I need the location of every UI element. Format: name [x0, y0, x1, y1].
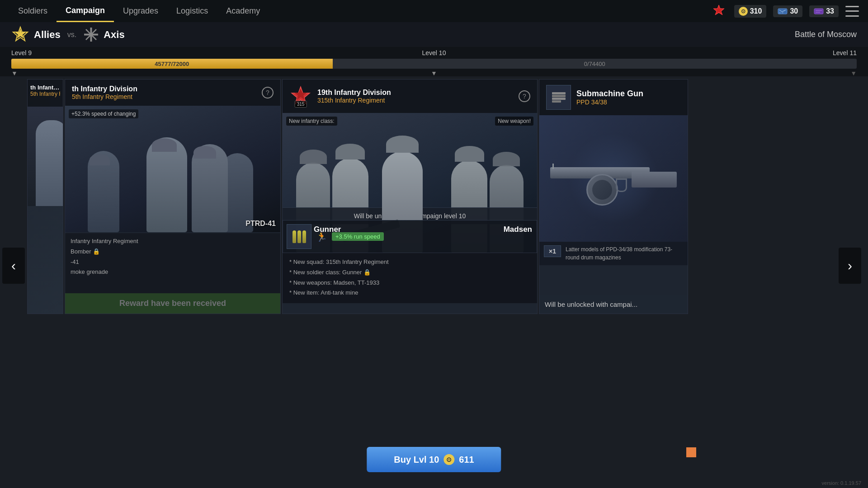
svg-rect-17: [552, 95, 566, 97]
center-regiment-name: 315th Infantry Regiment: [317, 97, 391, 104]
regiment-number-badge: 315: [295, 101, 307, 108]
version-label: version: 0.1.19.57: [822, 480, 861, 486]
left-division-name: th Infantry Division: [72, 85, 137, 93]
left-card-description: Infantry Infantry Regiment Bomber 🔒 -41 …: [65, 233, 280, 314]
progress-track: 45777/72000 0/74400: [11, 59, 857, 69]
nav-logistics[interactable]: Logistics: [167, 0, 217, 22]
center-help-button[interactable]: ?: [519, 90, 530, 102]
gold-value: 310: [750, 7, 762, 15]
new-weapon-label: New weapon!: [495, 117, 533, 126]
center-card[interactable]: 315 19th Infantry Division 315th Infantr…: [282, 79, 538, 314]
ppd-info-row: ×1 Latter models of PPD-34/38 modificati…: [539, 242, 688, 265]
main-left-card[interactable]: th Infantry Division 5th Infantry Regime…: [65, 79, 281, 314]
buy-level-label: Buy Lvl 10: [394, 455, 439, 465]
gunner-name: Gunner: [314, 225, 341, 234]
madsen-name: Madsen: [504, 225, 532, 234]
left-card-header: th Infantry Division 5th Infantry Regime…: [65, 80, 280, 106]
nav-soldiers[interactable]: Soldiers: [9, 0, 57, 22]
ppd-card-division: Submachine Gun PPD 34/38: [576, 89, 643, 106]
right-card-header: Submachine Gun PPD 34/38: [539, 80, 688, 115]
level11-label: Level 11: [575, 49, 857, 56]
desc-bomber: Bomber 🔒: [71, 247, 275, 257]
chevron-left: ▼: [11, 70, 18, 77]
prev-arrow[interactable]: ‹: [2, 248, 25, 284]
center-division-name: 19th Infantry Division: [317, 89, 391, 97]
ticket1-value: 30: [790, 7, 798, 15]
svg-rect-16: [552, 92, 566, 94]
center-card-division: 19th Infantry Division 315th Infantry Re…: [317, 89, 391, 104]
ticket1-currency: 30: [773, 5, 802, 17]
left-card-division: th Infantry Division 5th Infantry Regime…: [72, 85, 137, 100]
buy-price: 611: [459, 455, 474, 465]
level-labels: Level 9 Level 10 Level 11: [0, 47, 868, 59]
hamburger-menu-icon[interactable]: [845, 6, 859, 17]
chevron-right: ▼: [850, 70, 857, 77]
desc4: * New item: Anti-tank mine: [289, 288, 530, 298]
nav-right: ⊙ 310 30 33: [712, 4, 859, 19]
partial-left-card: th Infantry Division 5th Infantry Regime…: [27, 79, 63, 314]
ppd-unlock-text: Will be unlocked with campai...: [539, 295, 688, 314]
x1-badge: ×1: [544, 245, 561, 257]
ppd-regiment-name: PPD 34/38: [576, 99, 643, 106]
left-weapon-tag: PTRD-41: [245, 220, 276, 228]
faction-bar: Allies vs. Axis Battle of Moscow: [0, 22, 868, 47]
ticket2-currency: 33: [809, 5, 839, 17]
speed-text: +52.3% speed of changing: [69, 109, 138, 118]
gold-icon: ⊙: [739, 7, 748, 16]
svg-rect-18: [552, 98, 566, 100]
buy-coin-icon: ⊙: [443, 454, 454, 465]
ticket1-icon: [778, 7, 788, 15]
desc-weapon: -41: [71, 258, 275, 267]
ticket2-icon: [814, 7, 824, 15]
desc1: * New squad: 315th Infantry Regiment: [289, 258, 530, 267]
left-regiment-name: 5th Infantry Regiment: [72, 93, 137, 100]
center-star-icon: 315: [289, 85, 312, 108]
allies-faction: Allies: [11, 26, 61, 44]
nav-campaign[interactable]: Campaign: [57, 0, 114, 22]
ppd-icon: [546, 85, 571, 110]
battle-label: Battle of Moscow: [795, 30, 857, 39]
level-progress-bar: Level 9 Level 10 Level 11 45777/72000 0/…: [0, 47, 868, 76]
center-card-image: New infantry class: New weapon!: [283, 113, 537, 253]
desc-regiment: Infantry Infantry Regiment: [71, 237, 275, 246]
ticket2-value: 33: [826, 7, 834, 15]
desc-grenade: moke grenade: [71, 267, 275, 277]
partial-right-card[interactable]: Submachine Gun PPD 34/38: [539, 79, 688, 314]
gunner-tooltip: 🏃 +3.5% run speed Gunner Madsen: [283, 220, 537, 253]
cards-area: ‹ th Infantry Division 5th Infantry Regi…: [0, 79, 868, 452]
level9-label: Level 9: [11, 49, 293, 56]
center-card-description: * New squad: 315th Infantry Regiment * N…: [283, 253, 537, 303]
svg-rect-3: [779, 13, 781, 13]
axis-label: Axis: [104, 29, 124, 41]
center-card-header: 315 19th Infantry Division 315th Infantr…: [283, 80, 537, 113]
desc2: * New soldier class: Gunner 🔒: [289, 268, 530, 277]
ammo-icon: [287, 224, 311, 249]
ppd-gun-image: [539, 115, 688, 242]
svg-rect-4: [782, 13, 783, 13]
new-class-label: New infantry class:: [286, 117, 337, 126]
gold-currency: ⊙ 310: [734, 5, 767, 18]
axis-faction: Axis: [83, 27, 124, 42]
top-navigation: Soldiers Campaign Upgrades Logistics Aca…: [0, 0, 868, 22]
progress-current: 45777/72000: [155, 61, 189, 67]
level-chevrons: ▼ ▼ ▼: [0, 69, 868, 77]
axis-cross-icon: [83, 27, 99, 42]
progress-fill: 45777/72000: [11, 59, 333, 69]
rank-icon: [712, 4, 725, 19]
next-arrow[interactable]: ›: [839, 248, 861, 284]
ppd-description: Latter models of PPD-34/38 modification …: [566, 245, 683, 262]
nav-upgrades[interactable]: Upgrades: [114, 0, 167, 22]
level10-label: Level 10: [293, 49, 575, 56]
buy-button[interactable]: Buy Lvl 10 ⊙ 611: [367, 447, 501, 472]
svg-rect-19: [552, 100, 561, 103]
left-card-image: +52.3% speed of changing PTRD-41: [65, 106, 280, 232]
scroll-dot: [686, 447, 696, 457]
chevron-center: ▼: [431, 70, 437, 77]
progress-next: 0/74400: [333, 59, 857, 69]
left-help-button[interactable]: ?: [262, 87, 274, 99]
desc3: * New weapons: Madsen, TT-1933: [289, 278, 530, 288]
vs-label: vs.: [67, 31, 76, 39]
nav-academy[interactable]: Academy: [217, 0, 269, 22]
allies-star-icon: [11, 26, 29, 44]
svg-rect-5: [814, 9, 823, 14]
